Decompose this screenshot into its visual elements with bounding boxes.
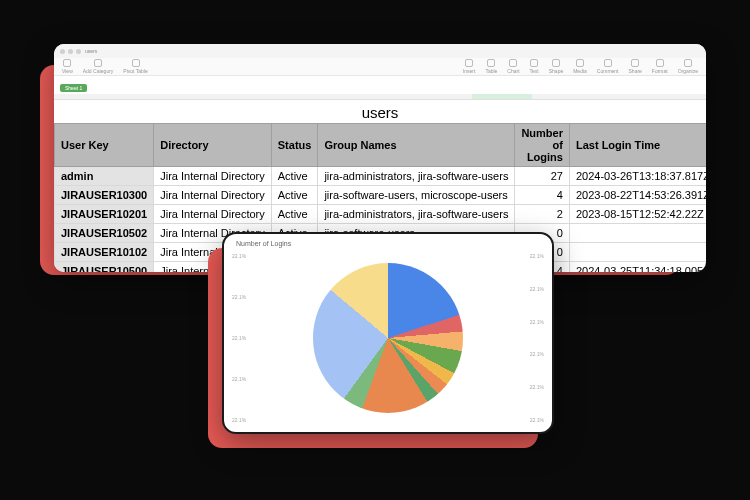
cell[interactable]: Active (271, 186, 318, 205)
cell[interactable]: JIRAUSER10300 (55, 186, 154, 205)
sheet-tab[interactable]: Sheet 1 (60, 84, 87, 92)
cell[interactable]: Active (271, 167, 318, 186)
toolbar-shape[interactable]: Shape (549, 59, 563, 74)
column-header[interactable]: User Key (55, 124, 154, 167)
cell[interactable]: 2023-08-22T14:53:26.391Z (569, 186, 706, 205)
chart-legend-right: 22.1%22.1%22.1%22.1%22.1%22.1% (530, 253, 544, 423)
column-header[interactable]: Last Login Time (569, 124, 706, 167)
cell[interactable]: JIRAUSER10102 (55, 243, 154, 262)
column-header[interactable]: Directory (154, 124, 272, 167)
toolbar-text[interactable]: Text (530, 59, 539, 74)
cell[interactable] (569, 243, 706, 262)
cell[interactable]: jira-administrators, jira-software-users (318, 205, 515, 224)
pie-chart[interactable] (313, 263, 463, 413)
toolbar-pivot-table[interactable]: Pivot Table (123, 59, 147, 74)
toolbar-comment[interactable]: Comment (597, 59, 619, 74)
toolbar-table[interactable]: Table (485, 59, 497, 74)
column-header[interactable]: Status (271, 124, 318, 167)
window-controls[interactable] (60, 49, 81, 54)
chart-legend-left: 22.1%22.1%22.1%22.1%22.1% (232, 253, 246, 423)
toolbar-media[interactable]: Media (573, 59, 587, 74)
cell[interactable]: 2024-03-26T13:18:37.817Z (569, 167, 706, 186)
cell[interactable]: Jira Internal Directory (154, 205, 272, 224)
cell[interactable]: Active (271, 205, 318, 224)
window-titlebar: users (54, 44, 706, 58)
cell[interactable]: 4 (515, 186, 570, 205)
toolbar-share[interactable]: Share (629, 59, 642, 74)
cell[interactable]: admin (55, 167, 154, 186)
cell[interactable]: Jira Internal Directory (154, 186, 272, 205)
cell[interactable]: 2024-03-25T11:34:18.005Z (569, 262, 706, 273)
ruler-selection (472, 94, 532, 99)
cell[interactable]: JIRAUSER10502 (55, 224, 154, 243)
cell[interactable]: Jira Internal Directory (154, 167, 272, 186)
toolbar-chart[interactable]: Chart (507, 59, 519, 74)
column-ruler[interactable] (54, 94, 706, 100)
table-row[interactable]: JIRAUSER10300Jira Internal DirectoryActi… (55, 186, 707, 205)
table-row[interactable]: adminJira Internal DirectoryActivejira-a… (55, 167, 707, 186)
page-title: users (54, 100, 706, 123)
window-title: users (85, 48, 97, 54)
cell[interactable]: 2023-08-15T12:52:42.22Z (569, 205, 706, 224)
cell[interactable] (569, 224, 706, 243)
cell[interactable]: JIRAUSER10201 (55, 205, 154, 224)
chart-title: Number of Logins (224, 234, 552, 247)
toolbar-view[interactable]: View (62, 59, 73, 74)
toolbar-insert[interactable]: Insert (463, 59, 476, 74)
chart-window: Number of Logins 22.1%22.1%22.1%22.1%22.… (222, 232, 554, 434)
toolbar: ViewAdd CategoryPivot Table InsertTableC… (54, 58, 706, 76)
column-header[interactable]: Number of Logins (515, 124, 570, 167)
cell[interactable]: 2 (515, 205, 570, 224)
cell[interactable]: jira-software-users, microscope-users (318, 186, 515, 205)
cell[interactable]: JIRAUSER10500 (55, 262, 154, 273)
cell[interactable]: 27 (515, 167, 570, 186)
table-row[interactable]: JIRAUSER10201Jira Internal DirectoryActi… (55, 205, 707, 224)
toolbar-add-category[interactable]: Add Category (83, 59, 114, 74)
toolbar-format[interactable]: Format (652, 59, 668, 74)
cell[interactable]: jira-administrators, jira-software-users (318, 167, 515, 186)
toolbar-organize[interactable]: Organize (678, 59, 698, 74)
column-header[interactable]: Group Names (318, 124, 515, 167)
